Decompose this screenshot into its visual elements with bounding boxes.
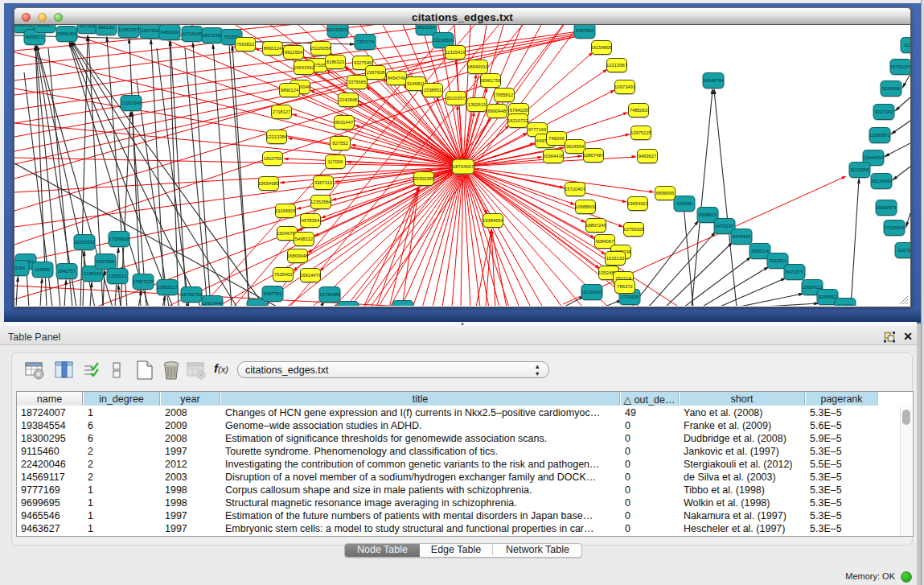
svg-text:1362615: 1362615 [468, 102, 487, 107]
svg-text:9912954: 9912954 [285, 50, 303, 55]
svg-text:8813054: 8813054 [417, 25, 436, 30]
svg-text:164095: 164095 [676, 201, 692, 206]
svg-text:16914479: 16914479 [300, 273, 321, 278]
svg-text:18724007: 18724007 [453, 164, 474, 169]
svg-text:8454749: 8454749 [388, 76, 406, 80]
svg-text:10688609: 10688609 [575, 204, 596, 209]
svg-text:111263: 111263 [904, 43, 910, 47]
svg-text:827552: 827552 [332, 141, 347, 146]
svg-text:18807249: 18807249 [585, 223, 606, 228]
svg-text:1092345: 1092345 [248, 304, 267, 306]
svg-text:2718127: 2718127 [273, 109, 291, 114]
svg-text:1615132: 1615132 [606, 256, 625, 261]
svg-text:1810755: 1810755 [264, 156, 282, 161]
svg-text:3375685: 3375685 [348, 80, 367, 84]
svg-text:16210643: 16210643 [871, 179, 892, 183]
svg-text:817305: 817305 [80, 25, 95, 28]
svg-text:7663822: 7663822 [236, 42, 255, 47]
svg-text:10756928: 10756928 [623, 227, 644, 232]
svg-text:19218506: 19218506 [433, 38, 454, 43]
svg-text:7357274: 7357274 [356, 39, 375, 44]
svg-text:2942757: 2942757 [58, 269, 76, 274]
svg-text:9777169: 9777169 [528, 127, 547, 132]
svg-text:7632621: 7632621 [769, 258, 787, 263]
svg-text:9397568: 9397568 [97, 259, 115, 264]
svg-text:9890124: 9890124 [281, 88, 299, 93]
svg-text:9474444: 9474444 [733, 234, 751, 239]
svg-text:12093872: 12093872 [869, 133, 890, 138]
svg-text:18640910: 18640910 [467, 64, 488, 69]
svg-text:15720407: 15720407 [565, 187, 585, 192]
svg-text:116753: 116753 [898, 248, 910, 253]
svg-text:25300285: 25300285 [413, 176, 434, 181]
svg-text:4055572: 4055572 [26, 35, 44, 39]
svg-text:7485063: 7485063 [630, 108, 648, 113]
svg-text:12444154: 12444154 [863, 155, 885, 160]
svg-text:17016504: 17016504 [884, 225, 906, 230]
svg-text:9329966: 9329966 [882, 86, 901, 91]
svg-text:10958117: 10958117 [157, 285, 177, 290]
svg-text:10973493: 10973493 [614, 84, 635, 89]
svg-text:117006: 117006 [328, 159, 343, 164]
svg-text:15751074: 15751074 [890, 64, 910, 69]
svg-text:12213967: 12213967 [606, 63, 627, 68]
svg-text:1145194: 1145194 [84, 271, 102, 276]
svg-text:13736485: 13736485 [319, 292, 340, 297]
svg-text:10653267: 10653267 [118, 27, 139, 32]
svg-text:1733426: 1733426 [621, 295, 639, 299]
svg-text:9457791: 9457791 [264, 291, 282, 296]
svg-text:2367608: 2367608 [367, 70, 385, 75]
svg-text:6899695: 6899695 [656, 191, 675, 196]
svg-text:10807487: 10807487 [583, 153, 604, 158]
svg-text:8186323: 8186323 [326, 60, 345, 64]
svg-text:16961758: 16961758 [480, 78, 501, 83]
svg-text:6466160: 6466160 [161, 30, 179, 35]
svg-text:19654985: 19654985 [258, 181, 279, 186]
svg-text:1250513: 1250513 [109, 274, 127, 278]
svg-text:6578354: 6578354 [302, 218, 320, 223]
svg-text:9227342: 9227342 [875, 109, 893, 114]
svg-text:746266: 746266 [548, 136, 564, 141]
svg-text:8660124: 8660124 [264, 46, 282, 51]
svg-text:19384554: 19384554 [483, 218, 504, 223]
svg-text:17359928: 17359928 [109, 237, 129, 241]
svg-text:8938923: 8938923 [699, 212, 717, 217]
svg-text:11923446: 11923446 [202, 301, 222, 306]
svg-text:2087682: 2087682 [576, 28, 594, 33]
svg-text:17957225: 17957225 [133, 279, 154, 284]
svg-text:995130: 995130 [98, 25, 113, 30]
svg-text:16648784: 16648784 [703, 78, 725, 83]
svg-text:2242848: 2242848 [339, 97, 358, 102]
svg-text:10654112: 10654112 [802, 285, 822, 290]
svg-text:8220357: 8220357 [447, 96, 466, 101]
svg-text:19166825: 19166825 [275, 208, 296, 213]
svg-text:9463627: 9463627 [639, 154, 657, 159]
svg-text:21053346: 21053346 [121, 101, 142, 105]
svg-text:9084067: 9084067 [596, 239, 614, 244]
svg-text:12975125: 12975125 [630, 130, 651, 135]
svg-text:1864055: 1864055 [14, 25, 32, 27]
svg-text:924565: 924565 [837, 303, 852, 306]
svg-text:16033809: 16033809 [327, 27, 348, 32]
svg-text:9327546: 9327546 [354, 60, 372, 65]
svg-text:996117: 996117 [38, 25, 53, 27]
svg-text:20691406: 20691406 [56, 31, 77, 36]
svg-text:23226058: 23226058 [310, 46, 331, 51]
svg-text:6794028: 6794028 [510, 108, 528, 113]
svg-text:115682: 115682 [35, 267, 51, 272]
svg-text:6479197: 6479197 [716, 224, 734, 229]
svg-text:16671385: 16671385 [202, 33, 223, 38]
svg-text:7955812: 7955812 [495, 93, 514, 97]
svg-text:1538852: 1538852 [424, 88, 442, 93]
svg-text:8990448: 8990448 [488, 109, 507, 113]
svg-text:19654923: 19654923 [627, 201, 648, 206]
svg-text:16210722: 16210722 [507, 118, 528, 123]
svg-text:16809948: 16809948 [287, 253, 308, 258]
svg-text:10719185: 10719185 [182, 31, 203, 36]
svg-text:15692971: 15692971 [876, 205, 897, 210]
svg-text:16154808: 16154808 [591, 45, 612, 50]
svg-text:2935114: 2935114 [751, 249, 770, 253]
svg-text:786372: 786372 [617, 284, 632, 289]
svg-text:3624554: 3624554 [566, 144, 585, 149]
svg-text:12213384: 12213384 [266, 134, 288, 139]
